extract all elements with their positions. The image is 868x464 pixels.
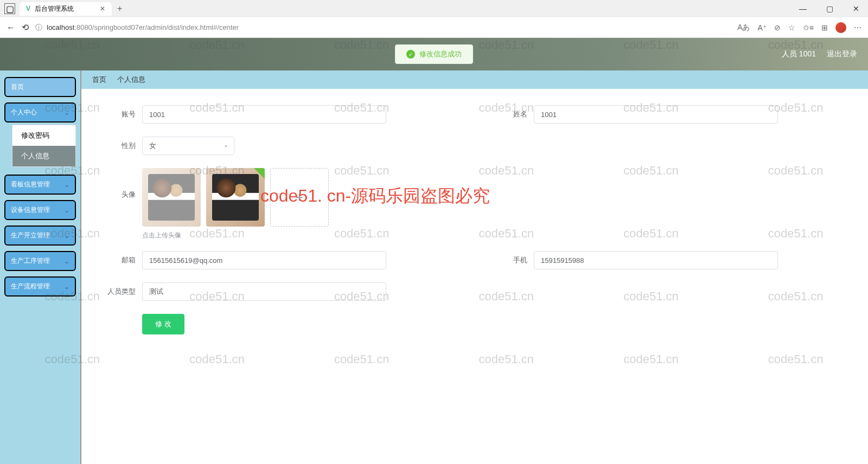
browser-tab[interactable]: V 后台管理系统 ✕ — [20, 2, 112, 16]
submenu-change-password[interactable]: 修改密码 — [12, 125, 75, 146]
label-avatar: 头像 — [103, 190, 136, 199]
logout-button[interactable]: 退出登录 — [827, 49, 857, 59]
submenu-profile[interactable]: 个人信息 — [12, 146, 75, 166]
breadcrumb-home[interactable]: 首页 — [92, 75, 106, 83]
check-icon: ✓ — [406, 50, 415, 59]
collections-icon[interactable]: ⊞ — [821, 23, 828, 32]
label-gender: 性别 — [103, 141, 136, 151]
role-input[interactable] — [142, 282, 386, 301]
window-controls: — ▢ ✕ — [795, 4, 864, 13]
chevron-down-icon: ⌄ — [64, 109, 69, 117]
chevron-down-icon: ⌄ — [64, 257, 69, 265]
minimize-button[interactable]: — — [795, 4, 811, 13]
avatar-upload-button[interactable]: + — [270, 168, 329, 227]
maximize-button[interactable]: ▢ — [822, 4, 838, 13]
chevron-down-icon: ⌄ — [64, 283, 69, 291]
profile-form: 账号 姓名 性别 女 ▾ 头像 — [81, 89, 868, 351]
back-button[interactable]: ← — [7, 23, 15, 33]
sidebar: 首页 个人中心 ⌄ 修改密码 个人信息 看板信息管理 ⌄ 设备信息管理 ⌄ 生产… — [0, 70, 81, 464]
tab-title: 后台管理系统 — [35, 4, 74, 14]
address-bar: ← ⟲ ⓘ localhost:8080/springbootd07er/adm… — [0, 17, 868, 38]
success-toast: ✓ 修改信息成功 — [395, 44, 473, 64]
breadcrumb-current[interactable]: 个人信息 — [117, 75, 145, 83]
submit-button[interactable]: 修 改 — [142, 314, 184, 334]
app-header: ✓ 修改信息成功 人员 1001 退出登录 — [0, 38, 868, 70]
label-account: 账号 — [103, 109, 136, 119]
close-window-button[interactable]: ✕ — [848, 4, 864, 13]
vue-icon: V — [26, 5, 30, 12]
avatar-thumb[interactable] — [142, 168, 201, 227]
breadcrumb: 首页 个人信息 — [81, 70, 868, 89]
url-host: localhost — [47, 23, 74, 31]
close-icon[interactable]: ✕ — [100, 5, 105, 12]
new-tab-button[interactable]: + — [117, 4, 122, 14]
sidebar-item-process[interactable]: 生产工序管理 ⌄ — [4, 251, 76, 271]
site-info-icon[interactable]: ⓘ — [35, 23, 42, 33]
chevron-down-icon: ⌄ — [64, 232, 69, 240]
check-corner-icon — [254, 168, 265, 179]
sidebar-item-personal[interactable]: 个人中心 ⌄ — [4, 102, 76, 123]
refresh-button[interactable]: ⟲ — [22, 22, 29, 33]
content: 首页 个人信息 账号 姓名 性别 女 ▾ — [81, 70, 868, 464]
chevron-down-icon: ⌄ — [64, 181, 69, 189]
read-aloud-icon[interactable]: A⁺ — [757, 23, 766, 32]
sidebar-item-board[interactable]: 看板信息管理 ⌄ — [4, 175, 76, 195]
sidebar-item-flow[interactable]: 生产流程管理 ⌄ — [4, 276, 76, 297]
chevron-down-icon: ▾ — [225, 143, 227, 149]
sidebar-submenu: 修改密码 个人信息 — [12, 125, 76, 167]
url-input[interactable]: ⓘ localhost:8080/springbootd07er/admin/d… — [35, 23, 731, 33]
email-input[interactable] — [142, 251, 386, 269]
app-body: 首页 个人中心 ⌄ 修改密码 个人信息 看板信息管理 ⌄ 设备信息管理 ⌄ 生产… — [0, 70, 868, 464]
account-input[interactable] — [142, 105, 386, 124]
phone-input[interactable] — [534, 251, 778, 269]
tab-overview-icon[interactable]: ▢ — [4, 3, 15, 14]
url-path: /springbootd07er/admin/dist/index.html#/… — [92, 23, 239, 31]
search-icon[interactable]: ⊘ — [774, 23, 781, 32]
favorites-icon[interactable]: ✩≡ — [803, 23, 814, 32]
header-user[interactable]: 人员 1001 — [782, 49, 816, 59]
sidebar-home[interactable]: 首页 — [4, 77, 76, 97]
profile-avatar[interactable] — [835, 22, 846, 33]
name-input[interactable] — [534, 105, 778, 124]
toolbar-right: Aあ A⁺ ⊘ ☆ ✩≡ ⊞ ⋯ — [737, 22, 861, 33]
upload-tip: 点击上传头像 — [142, 231, 846, 240]
star-icon[interactable]: ☆ — [788, 23, 795, 32]
browser-chrome: ▢ V 后台管理系统 ✕ + — ▢ ✕ ← ⟲ ⓘ localhost:808… — [0, 0, 868, 38]
avatar-thumb-selected[interactable] — [206, 168, 265, 227]
label-role: 人员类型 — [103, 287, 136, 297]
tab-bar: ▢ V 后台管理系统 ✕ + — ▢ ✕ — [0, 0, 868, 17]
label-email: 邮箱 — [103, 255, 136, 265]
gender-select[interactable]: 女 ▾ — [142, 137, 234, 155]
sidebar-item-device[interactable]: 设备信息管理 ⌄ — [4, 200, 76, 220]
sidebar-item-produce[interactable]: 生产开立管理 ⌄ — [4, 225, 76, 246]
chevron-down-icon: ⌄ — [64, 207, 69, 214]
toast-message: 修改信息成功 — [419, 49, 462, 59]
more-icon[interactable]: ⋯ — [854, 23, 861, 32]
caption-icon[interactable]: Aあ — [737, 23, 750, 33]
label-name: 姓名 — [495, 109, 527, 119]
label-phone: 手机 — [495, 255, 527, 265]
